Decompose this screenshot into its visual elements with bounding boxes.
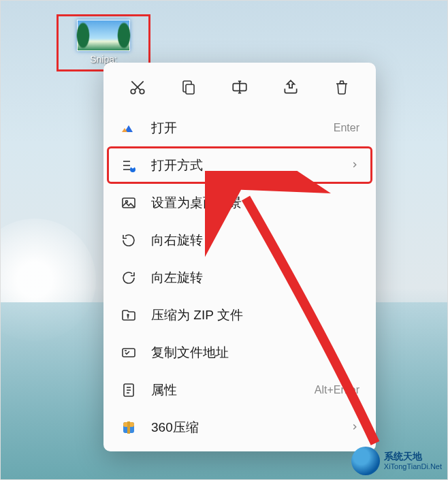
copy-path-icon [120,344,138,362]
trash-icon [334,79,350,95]
chevron-right-icon [350,158,359,173]
menu-rotate-left-label: 向左旋转 [151,269,359,287]
menu-copy-path[interactable]: 复制文件地址 [109,334,370,371]
chevron-right-icon [350,420,359,435]
share-icon [282,78,300,96]
menu-copy-path-label: 复制文件地址 [151,344,359,362]
svg-rect-26 [127,421,130,434]
menu-rotate-left[interactable]: 向左旋转 [109,259,370,296]
menu-open[interactable]: 打开 Enter [109,109,370,146]
menu-360-compress[interactable]: 360压缩 [109,409,370,446]
photos-app-icon [120,119,138,137]
menu-properties[interactable]: 属性 Alt+Enter [109,371,370,409]
copy-icon [180,79,197,95]
file-thumbnail [77,20,130,51]
menu-compress-zip-label: 压缩为 ZIP 文件 [151,306,359,324]
watermark-text: 系统天地 XiTongTianDi.Net [384,451,442,470]
menu-rotate-right-label: 向右旋转 [151,231,359,249]
context-toolbar [109,68,370,109]
menu-open-with[interactable]: 打开方式 [107,146,372,184]
copy-button[interactable] [174,75,204,99]
menu-open-with-label: 打开方式 [151,157,350,174]
menu-360-compress-label: 360压缩 [151,419,350,436]
menu-open-label: 打开 [151,119,334,137]
cut-button[interactable] [123,75,153,99]
watermark: 系统天地 XiTongTianDi.Net [351,447,442,475]
rotate-right-icon [120,231,138,249]
wallpaper-icon [120,194,138,212]
scissors-icon [129,78,146,96]
menu-open-shortcut: Enter [334,122,359,134]
context-menu: 打开 Enter 打开方式 设置为桌面背景 向右旋转 [103,63,376,451]
svg-rect-4 [186,84,194,94]
properties-icon [120,381,138,399]
rotate-left-icon [120,269,138,287]
menu-properties-shortcut: Alt+Enter [315,384,359,396]
zip-icon [120,306,138,324]
share-button[interactable] [276,75,306,99]
360zip-icon [120,419,138,436]
menu-properties-label: 属性 [151,381,315,399]
menu-rotate-right[interactable]: 向右旋转 [109,221,370,259]
open-with-icon [120,157,138,174]
menu-set-wallpaper[interactable]: 设置为桌面背景 [109,184,370,221]
watermark-globe-icon [351,447,380,475]
svg-point-0 [131,89,135,94]
svg-point-1 [140,89,144,94]
menu-compress-zip[interactable]: 压缩为 ZIP 文件 [109,296,370,334]
rename-icon [231,78,249,96]
delete-button[interactable] [327,75,357,99]
rename-button[interactable] [225,75,255,99]
menu-set-wallpaper-label: 设置为桌面背景 [151,194,359,212]
